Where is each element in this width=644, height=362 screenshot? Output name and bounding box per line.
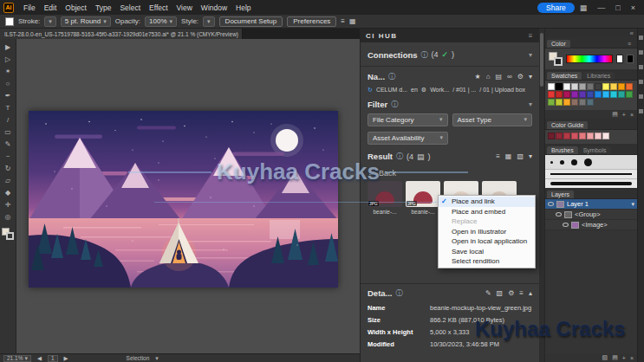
brush-dot[interactable] [560, 160, 564, 165]
color-swatch[interactable] [556, 91, 563, 98]
visibility-eye-icon[interactable] [556, 212, 562, 217]
info-icon[interactable]: ⓘ [396, 288, 403, 298]
color-swatch[interactable] [579, 99, 586, 106]
breadcrumb-source[interactable]: CELUM d... [376, 87, 407, 93]
info-icon[interactable]: ⓘ [421, 50, 428, 60]
menu-file[interactable]: File [19, 3, 40, 12]
opacity-select[interactable]: 100%▾ [145, 16, 177, 27]
color-swatch[interactable] [587, 99, 594, 106]
color-swatch[interactable] [610, 83, 617, 90]
menu-item-open-in-illustrator[interactable]: Open in Illustrator [439, 227, 535, 237]
color-spectrum-bar[interactable] [566, 55, 613, 63]
black-swatch[interactable] [627, 55, 634, 63]
maximize-icon[interactable]: □ [610, 3, 625, 12]
filter-section[interactable]: Filter ⓘ ▾ [361, 98, 539, 110]
color-swatch[interactable] [556, 99, 563, 106]
artboard[interactable] [29, 111, 338, 288]
color-swatch[interactable] [563, 133, 570, 139]
breadcrumb[interactable]: ↻ CELUM d... en ⚙ Work... / #01 | ... / … [361, 84, 539, 95]
align-icons[interactable]: ≡ [341, 17, 345, 25]
chevron-down-icon[interactable]: ▾ [529, 51, 532, 59]
details-section[interactable]: Deta... ⓘ ✎ ▧ ⚙ ≡ ▴ [361, 287, 539, 300]
layer-row-layer1[interactable]: Layer 1 ▾ [545, 199, 637, 210]
color-swatch[interactable] [548, 133, 555, 139]
panel-icon[interactable] [639, 50, 643, 55]
brush-dot[interactable] [571, 159, 577, 165]
stroke-well[interactable] [554, 57, 563, 66]
color-swatch[interactable] [626, 83, 633, 90]
tool-type[interactable]: T [1, 101, 16, 113]
info-icon[interactable]: ⓘ [388, 72, 395, 81]
list-view-icon[interactable]: ≡ [496, 152, 500, 160]
fill-color-well[interactable] [5, 17, 14, 26]
color-swatch[interactable] [602, 133, 609, 139]
tool-rectangle[interactable]: ▭ [1, 126, 16, 138]
menu-item-select-rendition[interactable]: Select rendition [439, 256, 535, 267]
minimize-icon[interactable]: — [592, 3, 610, 12]
cihub-panel-header[interactable]: CI HUB ≡ [361, 29, 539, 42]
menu-window[interactable]: Window [197, 3, 231, 12]
tool-line[interactable]: / [1, 113, 16, 126]
dock-collapse-row[interactable]: « [545, 29, 637, 37]
tool-direct-selection[interactable]: ▷ [1, 53, 16, 65]
back-button[interactable]: ← Back [361, 167, 539, 178]
illustrator-logo-icon[interactable]: Ai [3, 3, 14, 13]
style-select[interactable]: ▾ [203, 16, 215, 27]
breadcrumb-workspace[interactable]: Work... [430, 87, 449, 93]
gear-icon[interactable]: ⚙ [421, 87, 426, 94]
menu-view[interactable]: View [172, 3, 197, 12]
tool-magic-wand[interactable]: ✶ [1, 65, 16, 77]
grid-view-icon[interactable]: ▦ [505, 152, 512, 160]
menu-effect[interactable]: Effect [145, 3, 172, 12]
color-swatch[interactable] [571, 99, 578, 106]
menu-select[interactable]: Select [115, 3, 145, 12]
folder-icon[interactable]: ▤ [496, 73, 503, 81]
layer-target-icon[interactable]: ▾ [631, 201, 634, 208]
artboard-prev-icon[interactable]: ◀ [37, 355, 42, 362]
asset-thumbnail[interactable]: JPG beanie-... [406, 181, 440, 215]
menu-type[interactable]: Type [91, 3, 115, 12]
panel-menu-icon[interactable]: ≡ [623, 40, 635, 48]
asset-availability-select[interactable]: Asset Availability ▾ [368, 132, 448, 145]
result-section[interactable]: Result ⓘ (4 ▤ ) ≡ ▦ ▧ ▾ [361, 150, 539, 163]
color-swatch[interactable] [579, 91, 586, 98]
panel-icon[interactable] [639, 80, 643, 84]
color-swatch[interactable] [618, 83, 625, 90]
menu-help[interactable]: Help [231, 3, 255, 12]
color-swatch[interactable] [563, 83, 570, 90]
info-icon[interactable]: ⓘ [391, 100, 398, 109]
detail-view-icon[interactable]: ▧ [517, 152, 524, 160]
info-icon[interactable]: ⓘ [396, 152, 403, 161]
color-swatch[interactable] [587, 83, 594, 90]
chevron-down-icon[interactable]: ▾ [529, 73, 532, 81]
color-swatch[interactable] [571, 133, 578, 139]
tab-swatches[interactable]: Swatches [547, 72, 582, 80]
tab-brushes[interactable]: Brushes [547, 146, 578, 154]
tool-selection[interactable]: ▶ [1, 41, 16, 53]
brush-dot[interactable] [584, 158, 592, 166]
color-swatch[interactable] [602, 91, 609, 98]
breadcrumb-path2[interactable]: / 01 | Upload box [479, 87, 525, 93]
tab-symbols[interactable]: Symbols [579, 146, 611, 154]
tool-lasso[interactable]: ○ [1, 77, 16, 89]
panel-menu-icon[interactable]: ≡ [529, 32, 534, 40]
visibility-eye-icon[interactable] [563, 223, 569, 227]
color-swatch[interactable] [595, 91, 602, 98]
color-swatch[interactable] [563, 91, 570, 98]
color-swatch[interactable] [548, 83, 555, 90]
color-swatch[interactable] [571, 91, 578, 98]
connections-section[interactable]: Connections ⓘ (4 ✓ ) ▾ [361, 48, 539, 61]
tab-color-guide[interactable]: Color Guide [547, 121, 588, 129]
close-icon[interactable]: × [626, 3, 641, 12]
color-swatch[interactable] [571, 83, 578, 90]
breadcrumb-path1[interactable]: / #01 | ... [452, 87, 476, 93]
color-swatch[interactable] [618, 91, 625, 98]
layer-row-image[interactable]: <Image> [545, 220, 637, 230]
more-options-icon[interactable]: ▦ [349, 17, 356, 25]
link-icon[interactable]: ∞ [507, 73, 512, 81]
document-tab-close-icon[interactable]: × [242, 31, 243, 37]
chevron-down-icon[interactable]: ▾ [155, 355, 159, 362]
menu-edit[interactable]: Edit [40, 3, 62, 12]
refresh-icon[interactable]: ↻ [368, 87, 373, 94]
color-swatch[interactable] [587, 133, 594, 139]
